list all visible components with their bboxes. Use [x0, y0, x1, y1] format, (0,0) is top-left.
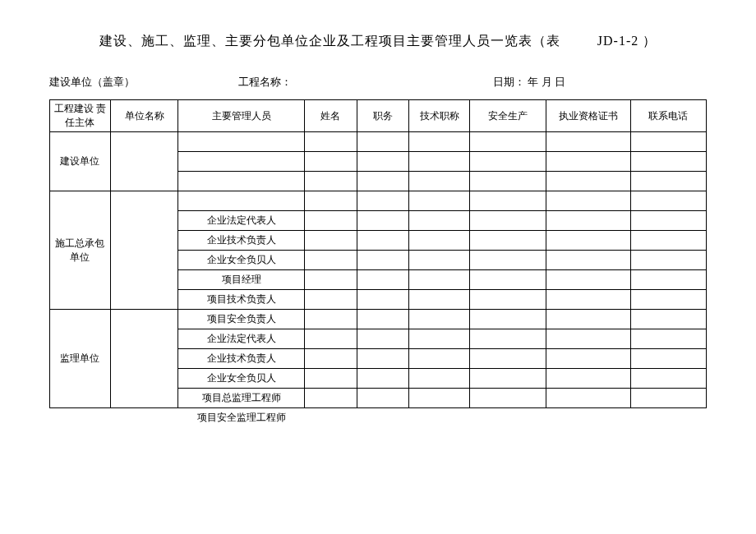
cell: [357, 132, 409, 152]
cell: [357, 310, 409, 329]
cell: [630, 251, 706, 270]
cell: [305, 211, 357, 231]
cell-role: 项目安全监理工程师: [178, 408, 305, 428]
cell-role: 企业技术负责人: [178, 231, 305, 251]
title-code: JD-1-2 ）: [597, 34, 657, 48]
cell: [305, 251, 357, 270]
cell: [630, 310, 706, 329]
cell-unitname: [110, 310, 177, 408]
cell: [305, 191, 357, 211]
meta-date: 日期： 年 月 日: [493, 75, 707, 90]
cell: [305, 132, 357, 152]
cell-role: [178, 132, 305, 152]
cell: [357, 152, 409, 172]
cell: [546, 310, 630, 329]
cell: [470, 389, 546, 408]
cell: [470, 231, 546, 251]
cell: [409, 172, 470, 191]
cell-role: 项目经理: [178, 270, 305, 290]
cell: [357, 191, 409, 211]
cell: [470, 369, 546, 389]
cell: [470, 211, 546, 231]
meta-project: 工程名称：: [238, 75, 493, 90]
cell: [357, 290, 409, 310]
table-row: 监理单位 项目安全负责人: [50, 310, 707, 329]
header-col8: 执业资格证书: [546, 100, 630, 132]
header-col5: 职务: [357, 100, 409, 132]
header-col7: 安全生产: [470, 100, 546, 132]
cell: [470, 251, 546, 270]
cell: [546, 329, 630, 349]
cell: [357, 172, 409, 191]
cell-role: 项目总监理工程师: [178, 389, 305, 408]
document-title: 建设、施工、监理、主要分包单位企业及工程项目主要管理人员一览表（表 JD-1-2…: [49, 33, 707, 50]
header-col4: 姓名: [305, 100, 357, 132]
cell-role: 企业女全负贝人: [178, 369, 305, 389]
cell-empty: [409, 408, 470, 428]
cell: [470, 152, 546, 172]
cell: [630, 172, 706, 191]
cell-empty: [110, 408, 177, 428]
cell: [305, 290, 357, 310]
header-col2: 单位名称: [110, 100, 177, 132]
cell-empty: [470, 408, 546, 428]
cell: [546, 152, 630, 172]
cell: [470, 191, 546, 211]
cell: [305, 389, 357, 408]
cell: [630, 231, 706, 251]
cell: [630, 132, 706, 152]
cell: [546, 132, 630, 152]
cell: [357, 349, 409, 369]
cell: [470, 172, 546, 191]
cell: [409, 310, 470, 329]
cell-unitname: [110, 191, 177, 310]
table-row: 项目安全监理工程师: [50, 408, 707, 428]
cell: [357, 369, 409, 389]
cell: [409, 251, 470, 270]
cell: [630, 191, 706, 211]
cell: [409, 270, 470, 290]
cell: [630, 211, 706, 231]
section-label: 监理单位: [50, 310, 111, 408]
cell: [409, 290, 470, 310]
header-col3: 主要管理人员: [178, 100, 305, 132]
cell: [630, 329, 706, 349]
cell: [546, 191, 630, 211]
table-header-row: 工程建设 责任主体 单位名称 主要管理人员 姓名 职务 技术职称 安全生产 执业…: [50, 100, 707, 132]
cell: [305, 349, 357, 369]
cell: [546, 251, 630, 270]
cell-role: [178, 191, 305, 211]
cell: [357, 231, 409, 251]
cell: [546, 270, 630, 290]
cell: [409, 191, 470, 211]
cell-role: [178, 152, 305, 172]
cell: [357, 329, 409, 349]
cell-role: 企业女全负贝人: [178, 251, 305, 270]
cell: [409, 152, 470, 172]
section-label: 建设单位: [50, 132, 111, 191]
cell: [470, 349, 546, 369]
cell: [470, 290, 546, 310]
cell: [630, 270, 706, 290]
personnel-table: 工程建设 责任主体 单位名称 主要管理人员 姓名 职务 技术职称 安全生产 执业…: [49, 99, 707, 428]
cell: [546, 349, 630, 369]
cell: [357, 389, 409, 408]
cell: [630, 290, 706, 310]
cell-empty: [50, 408, 111, 428]
table-row: 建设单位: [50, 132, 707, 152]
header-col1: 工程建设 责任主体: [50, 100, 111, 132]
cell: [305, 310, 357, 329]
cell: [630, 389, 706, 408]
cell: [409, 329, 470, 349]
cell: [357, 251, 409, 270]
cell-role: 企业技术负责人: [178, 349, 305, 369]
table-row: 施工总承包单位: [50, 191, 707, 211]
cell: [409, 369, 470, 389]
header-col9: 联系电话: [630, 100, 706, 132]
cell: [470, 310, 546, 329]
cell-empty: [357, 408, 409, 428]
cell: [546, 231, 630, 251]
cell: [470, 132, 546, 152]
cell-role: 企业法定代表人: [178, 211, 305, 231]
cell: [630, 349, 706, 369]
